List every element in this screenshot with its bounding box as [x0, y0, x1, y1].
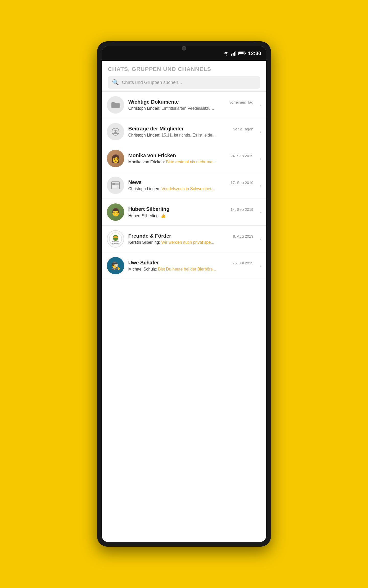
- chat-content: Hubert Silberling 14. Sep 2019 Hubert Si…: [128, 206, 253, 218]
- preview-message: Bist Du heute bei der Bierbörs...: [158, 267, 216, 271]
- preview-message: Bitte erstmal nix mehr ma...: [166, 160, 216, 164]
- search-placeholder: Chats und Gruppen suchen...: [122, 80, 182, 85]
- battery-icon: [238, 51, 246, 55]
- chat-preview: Christoph Linden: Veedelszoch in Schwein…: [128, 187, 253, 191]
- chat-content: News 17. Sep 2019 Christoph Linden: Veed…: [128, 179, 253, 191]
- chat-name: Monika von Fricken: [128, 153, 176, 158]
- chat-time: 17. Sep 2019: [231, 180, 253, 185]
- chevron-icon: ›: [259, 129, 261, 135]
- chat-preview: Monika von Fricken: Bitte erstmal nix me…: [128, 160, 253, 164]
- avatar: Karnevals Schweinheim: [107, 230, 124, 248]
- preview-sender: Christoph Linden: [128, 106, 159, 111]
- chat-preview: Michael Schulz: Bist Du heute bei der Bi…: [128, 267, 253, 272]
- svg-text:Karnevals: Karnevals: [112, 241, 119, 242]
- list-item[interactable]: 👩 Monika von Fricken 24. Sep 2019 Monika…: [102, 145, 266, 172]
- preview-sender: Hubert Silberling: [128, 214, 158, 218]
- svg-point-0: [226, 55, 227, 56]
- page-background: 12:30 CHATS, GRUPPEN UND CHANNELS 🔍 Chat…: [0, 0, 368, 588]
- group-chat-icon: [111, 127, 120, 136]
- news-icon: [111, 181, 120, 189]
- chevron-icon: ›: [259, 156, 261, 162]
- chat-preview: Hubert Silberling: 👍: [128, 213, 253, 218]
- list-item[interactable]: 🕵️ Uwe Schäfer 26. Jul 2019 Michael Schu…: [102, 252, 266, 279]
- folder-icon: [111, 101, 120, 108]
- svg-rect-6: [239, 52, 244, 54]
- camera: [182, 46, 186, 51]
- preview-sender: Monika von Fricken: [128, 160, 164, 164]
- preview-sender: Christoph Linden: [128, 133, 159, 137]
- svg-point-17: [113, 235, 118, 241]
- preview-sender: Christoph Linden: [128, 187, 159, 191]
- page-title: CHATS, GRUPPEN UND CHANNELS: [108, 66, 260, 72]
- preview-message: Eintrittskarten Veedelssitzu...: [162, 106, 214, 111]
- chat-content: Beiträge der Mitglieder vor 2 Tagen Chri…: [128, 126, 253, 138]
- chevron-icon: ›: [259, 182, 261, 188]
- avatar: [107, 123, 124, 140]
- preview-message: Wir werden auch privat spe...: [161, 240, 214, 244]
- chat-time: 8. Aug 2019: [233, 234, 253, 238]
- chat-name: Uwe Schäfer: [128, 260, 159, 266]
- chat-list: Wichtige Dokumente vor einem Tag Christo…: [102, 92, 266, 542]
- chat-time: 14. Sep 2019: [231, 207, 253, 212]
- chat-time: vor 2 Tagen: [233, 127, 253, 131]
- preview-message: 👍: [161, 214, 166, 218]
- avatar: [107, 96, 124, 114]
- chevron-icon: ›: [259, 236, 261, 242]
- avatar: 👨: [107, 203, 124, 221]
- status-time: 12:30: [248, 51, 261, 56]
- list-item[interactable]: 👨 Hubert Silberling 14. Sep 2019 Hubert …: [102, 199, 266, 226]
- chat-name: Beiträge der Mitglieder: [128, 126, 184, 132]
- app-header: CHATS, GRUPPEN UND CHANNELS 🔍 Chats und …: [102, 61, 266, 91]
- signal-icon: [231, 51, 236, 56]
- preview-message: Veedelszoch in Schweinhei...: [162, 187, 214, 191]
- svg-point-9: [114, 130, 117, 132]
- chat-time: 24. Sep 2019: [231, 154, 253, 158]
- chat-content: Monika von Fricken 24. Sep 2019 Monika v…: [128, 153, 253, 164]
- avatar: [107, 177, 124, 194]
- svg-rect-3: [234, 52, 235, 56]
- avatar: 🕵️: [107, 257, 124, 274]
- preview-message: 15.11. ist richtig. Es ist leide...: [162, 133, 216, 137]
- search-bar[interactable]: 🔍 Chats und Gruppen suchen...: [108, 76, 260, 89]
- chat-preview: Kerstin Silberling: Wir werden auch priv…: [128, 240, 253, 245]
- avatar: 👩: [107, 150, 124, 167]
- svg-rect-1: [231, 54, 232, 56]
- chevron-icon: ›: [259, 209, 261, 215]
- phone-device: 12:30 CHATS, GRUPPEN UND CHANNELS 🔍 Chat…: [97, 41, 271, 547]
- chat-preview: Christoph Linden: Eintrittskarten Veedel…: [128, 106, 253, 111]
- wifi-icon: [223, 51, 229, 56]
- phone-screen: 12:30 CHATS, GRUPPEN UND CHANNELS 🔍 Chat…: [102, 46, 266, 542]
- freunde-logo-icon: Karnevals Schweinheim: [109, 232, 122, 245]
- search-icon: 🔍: [112, 79, 119, 86]
- list-item[interactable]: Beiträge der Mitglieder vor 2 Tagen Chri…: [102, 118, 266, 145]
- chat-time: vor einem Tag: [229, 100, 253, 104]
- list-item[interactable]: News 17. Sep 2019 Christoph Linden: Veed…: [102, 172, 266, 199]
- preview-sender: Kerstin Silberling: [128, 240, 159, 244]
- list-item[interactable]: Wichtige Dokumente vor einem Tag Christo…: [102, 92, 266, 118]
- chat-content: Freunde & Förder 8. Aug 2019 Kerstin Sil…: [128, 233, 253, 245]
- chevron-icon: ›: [259, 102, 261, 108]
- list-item[interactable]: Karnevals Schweinheim Freunde & Förder 8…: [102, 226, 266, 252]
- svg-rect-10: [111, 182, 120, 189]
- chat-name: Freunde & Förder: [128, 233, 171, 239]
- svg-rect-11: [112, 183, 116, 185]
- svg-rect-2: [233, 53, 234, 56]
- svg-rect-7: [245, 53, 246, 54]
- chat-time: 26. Jul 2019: [233, 261, 254, 265]
- svg-rect-4: [235, 51, 236, 56]
- chevron-icon: ›: [259, 263, 261, 269]
- chat-name: Hubert Silberling: [128, 206, 169, 212]
- svg-text:Schweinheim: Schweinheim: [112, 243, 119, 244]
- chat-preview: Christoph Linden: 15.11. ist richtig. Es…: [128, 133, 253, 138]
- preview-sender: Michael Schulz: [128, 267, 156, 271]
- chat-content: Wichtige Dokumente vor einem Tag Christo…: [128, 99, 253, 111]
- chat-name: News: [128, 179, 142, 185]
- chat-content: Uwe Schäfer 26. Jul 2019 Michael Schulz:…: [128, 260, 253, 272]
- chat-name: Wichtige Dokumente: [128, 99, 179, 105]
